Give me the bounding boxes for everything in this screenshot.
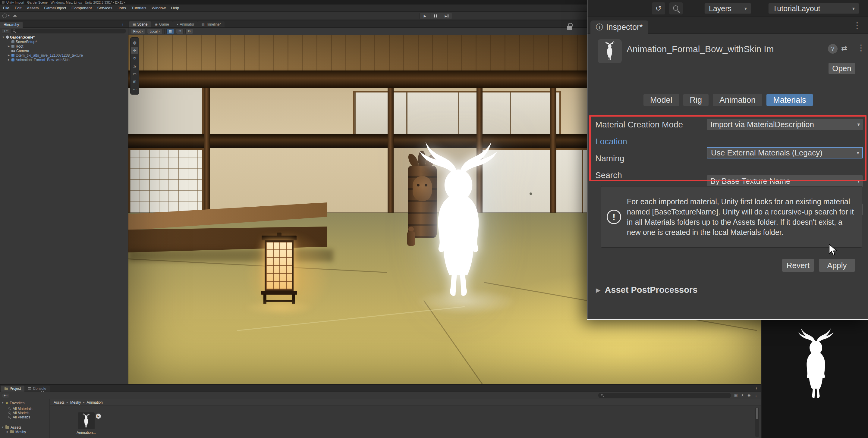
menu-file[interactable]: File xyxy=(3,6,9,10)
handle-rotation-dropdown[interactable]: Local ▾ xyxy=(147,29,162,34)
kebab-icon[interactable]: ⋮ xyxy=(857,43,865,53)
hierarchy-item-camera[interactable]: Camera xyxy=(0,48,128,53)
search-everything-button[interactable] xyxy=(670,2,683,14)
kebab-icon[interactable]: ⋮ xyxy=(853,21,861,30)
menu-window[interactable]: Window xyxy=(152,6,165,10)
tab-model[interactable]: Model xyxy=(644,94,679,106)
foldout-open-icon[interactable]: ▼ xyxy=(2,36,5,39)
content-scrollbar[interactable] xyxy=(755,407,759,437)
scale-tool-button[interactable]: ⇲ xyxy=(131,62,138,70)
presets-button[interactable]: ⇄ xyxy=(841,44,847,53)
tab-hierarchy[interactable]: Hierarchy xyxy=(0,22,23,28)
foldout-closed-icon[interactable]: ▶ xyxy=(7,59,10,61)
foldout-open-icon[interactable]: ▼ xyxy=(1,402,4,404)
menu-jobs[interactable]: Jobs xyxy=(118,6,126,10)
favorite-label: All Prefabs xyxy=(13,415,30,419)
tab-project[interactable]: Project xyxy=(1,385,24,392)
menu-edit[interactable]: Edit xyxy=(15,6,22,10)
rect-tool-button[interactable]: ▭ xyxy=(131,70,138,77)
hierarchy-search-input[interactable] xyxy=(10,29,126,33)
asset-icon-thumbnail xyxy=(598,39,622,63)
revert-button[interactable]: Revert xyxy=(782,259,814,272)
location-dropdown[interactable]: Use External Materials (Legacy) ▾ xyxy=(707,147,863,159)
help-button[interactable]: ? xyxy=(828,44,838,54)
custom-tool-button[interactable]: ⋯ xyxy=(131,86,138,93)
meshy-folder-row[interactable]: ▶ Meshy xyxy=(0,430,50,434)
asset-label[interactable]: Animation... xyxy=(71,431,101,435)
tab-timeline[interactable]: ▥ Timeline* xyxy=(198,22,224,27)
assets-folder-row[interactable]: ▼ Assets xyxy=(0,425,50,430)
step-button[interactable]: ▶ xyxy=(441,13,452,19)
foldout-open-icon[interactable]: ▼ xyxy=(1,426,4,429)
create-button[interactable]: + ▾ xyxy=(2,29,9,33)
naming-dropdown[interactable]: By Base Texture Name ▾ xyxy=(707,175,863,187)
menu-help[interactable]: Help xyxy=(171,6,179,10)
asset-postprocessors-foldout[interactable]: ▶ Asset PostProcessors xyxy=(596,285,698,295)
search-filter-icon xyxy=(8,407,10,410)
hierarchy-item-gardenscene[interactable]: ▼ GardenScene* xyxy=(0,35,128,39)
foldout-closed-icon[interactable]: ▶ xyxy=(7,45,10,47)
favorite-all-prefabs[interactable]: All Prefabs xyxy=(0,415,50,419)
pause-button[interactable] xyxy=(430,13,441,19)
rotate-tool-button[interactable]: ↻ xyxy=(131,55,138,62)
kebab-icon[interactable]: ⋮ xyxy=(754,386,758,391)
favorites-header[interactable]: ▼ ★ Favorites xyxy=(0,401,50,405)
foldout-closed-icon[interactable]: ▶ xyxy=(6,431,9,433)
tab-animation[interactable]: Animation xyxy=(713,94,762,106)
tab-materials[interactable]: Materials xyxy=(767,94,813,106)
create-asset-button[interactable]: + ▾ xyxy=(2,393,9,398)
hierarchy-item-totem[interactable]: ▶ totem_tiki_alto_nive_1210071238_textur… xyxy=(0,53,128,58)
breadcrumb-animation[interactable]: Animation xyxy=(87,400,102,405)
menu-assets[interactable]: Assets xyxy=(27,6,38,10)
apply-button[interactable]: Apply xyxy=(819,259,855,272)
kebab-icon[interactable]: ⋮ xyxy=(121,22,125,27)
menu-component[interactable]: Component xyxy=(71,6,92,10)
breadcrumb-meshy[interactable]: Meshy xyxy=(70,400,81,405)
menu-tutorials[interactable]: Tutorials xyxy=(131,6,146,10)
ghost-character[interactable] xyxy=(416,140,501,309)
paper-lantern[interactable] xyxy=(261,233,297,308)
project-search-input[interactable] xyxy=(598,393,731,398)
tab-console[interactable]: Console xyxy=(24,385,50,392)
move-tool-button[interactable]: ✛ xyxy=(131,47,138,54)
grid-visibility-button[interactable]: ▦ xyxy=(166,29,174,34)
undo-history-button[interactable]: ↺ xyxy=(652,2,665,14)
hierarchy-item-root[interactable]: ▶ Root xyxy=(0,44,128,48)
tab-game[interactable]: ◉ Game xyxy=(151,22,173,27)
tab-rig[interactable]: Rig xyxy=(683,94,709,106)
tab-scene[interactable]: ▤ Scene xyxy=(129,22,151,27)
filter-type-icon[interactable]: ▦ xyxy=(734,393,738,397)
small-totem-figure[interactable] xyxy=(405,227,417,248)
account-icon[interactable] xyxy=(2,13,7,18)
material-creation-mode-dropdown[interactable]: Import via MaterialDescription ▾ xyxy=(707,119,863,130)
tab-inspector[interactable]: ⓘ Inspector* xyxy=(590,21,648,34)
layout-dropdown[interactable]: TutorialLayout ▾ xyxy=(768,3,859,14)
scrollbar-thumb[interactable] xyxy=(756,408,758,419)
snap-move-button[interactable]: ⊞ xyxy=(176,29,184,34)
layers-dropdown[interactable]: Layers ▾ xyxy=(704,3,751,14)
menu-services[interactable]: Services xyxy=(97,6,113,10)
wood-post xyxy=(388,88,394,230)
account-caret-icon[interactable]: ▾ xyxy=(8,14,10,17)
menu-gameobject[interactable]: GameObject xyxy=(44,6,66,10)
view-tool-button[interactable]: ◍ xyxy=(131,39,138,46)
favorite-filter-icon[interactable]: ★ xyxy=(741,393,744,397)
asset-thumbnail[interactable] xyxy=(78,412,95,429)
open-button[interactable]: Open xyxy=(829,63,855,74)
favorite-all-models[interactable]: All Models xyxy=(0,411,50,415)
snap-toggle-button[interactable]: ⊙ xyxy=(185,29,193,34)
transform-tool-button[interactable]: ⊞ xyxy=(131,78,138,85)
pivot-dropdown[interactable]: Pivot ▾ xyxy=(131,29,145,34)
play-button[interactable]: ▶ xyxy=(420,13,430,19)
hierarchy-item-scenesetup[interactable]: SceneSetup* xyxy=(0,39,128,44)
tab-animator[interactable]: ◔ Animator xyxy=(173,22,198,27)
expand-asset-button[interactable]: ▶ xyxy=(96,414,101,419)
foldout-closed-icon[interactable]: ▶ xyxy=(7,54,10,57)
hierarchy-item-animation[interactable]: ▶ Animation_Formal_Bow_withSkin xyxy=(0,58,128,62)
cloud-icon[interactable]: ☁ xyxy=(13,13,17,18)
breadcrumb-assets[interactable]: Assets xyxy=(54,400,64,405)
lock-icon[interactable] xyxy=(567,26,572,30)
favorite-all-materials[interactable]: All Materials xyxy=(0,406,50,411)
kebab-icon[interactable]: ⋮ xyxy=(754,393,758,397)
visibility-icon[interactable]: ◉ xyxy=(747,393,750,397)
